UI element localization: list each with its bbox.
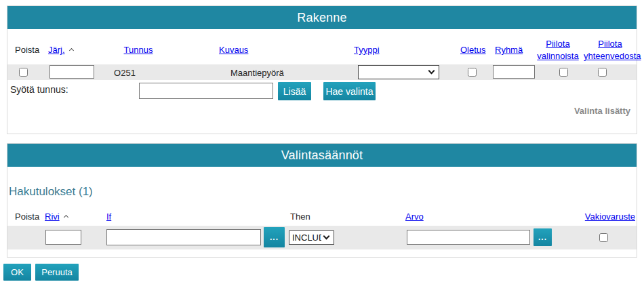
tyyppi-select-control[interactable] bbox=[359, 66, 439, 79]
valintasaannot-panel-title: Valintasäännöt bbox=[7, 144, 637, 167]
vakiovaruste-checkbox[interactable] bbox=[599, 233, 608, 242]
column-ryhma-sort-link[interactable]: Ryhmä bbox=[495, 45, 523, 55]
lisaa-button[interactable]: Lisää bbox=[278, 82, 311, 100]
if-browse-button[interactable]: ... bbox=[264, 227, 285, 247]
results-heading: Hakutulokset (1) bbox=[9, 185, 93, 199]
arvo-input[interactable] bbox=[407, 230, 530, 245]
rakenne-table-row: O251 Maantiepyörä bbox=[7, 64, 637, 80]
column-vakiovaruste-sort-link[interactable]: Vakiovaruste bbox=[585, 212, 635, 222]
column-jarj-sort-link[interactable]: Järj. bbox=[48, 45, 65, 55]
sort-ascending-icon bbox=[69, 48, 74, 53]
peruuta-button[interactable]: Peruuta bbox=[35, 264, 79, 281]
tunnus-value: O251 bbox=[102, 68, 147, 78]
valintasaannot-header-row: Poista Rivi If Then Arvo Vakiovaruste bbox=[7, 209, 637, 225]
rakenne-header-row: Poista Järj. Tunnus Kuvaus Tyyppi Oletus… bbox=[7, 37, 637, 63]
column-tunnus-sort-link[interactable]: Tunnus bbox=[116, 45, 161, 55]
column-poista: Poista bbox=[15, 45, 39, 55]
tyyppi-select[interactable] bbox=[358, 65, 439, 79]
column-poista: Poista bbox=[15, 212, 39, 222]
status-message: Valinta lisätty bbox=[574, 106, 630, 116]
column-if-sort-link[interactable]: If bbox=[106, 212, 111, 222]
kuvaus-value: Maantiepyörä bbox=[230, 68, 284, 78]
oletus-checkbox[interactable] bbox=[468, 68, 477, 77]
tunnus-entry-input[interactable] bbox=[139, 83, 273, 99]
rakenne-panel-title: Rakenne bbox=[7, 6, 637, 29]
piilota-yhteenvedosta-checkbox[interactable] bbox=[598, 68, 607, 77]
ryhma-input[interactable] bbox=[493, 65, 535, 79]
column-rivi-sort-link[interactable]: Rivi bbox=[45, 212, 60, 222]
jarj-input[interactable] bbox=[49, 65, 94, 79]
valintasaannot-panel: Valintasäännöt Hakutulokset (1) Poista R… bbox=[7, 143, 637, 258]
sort-ascending-icon bbox=[64, 215, 68, 220]
rivi-input[interactable] bbox=[45, 230, 81, 245]
ok-button[interactable]: OK bbox=[3, 264, 31, 281]
if-input[interactable] bbox=[106, 229, 261, 245]
piilota-valinnoista-checkbox[interactable] bbox=[559, 68, 568, 77]
column-then: Then bbox=[290, 212, 310, 222]
then-select[interactable]: INCLUDE bbox=[289, 230, 334, 245]
column-piilota-valinnoista-sort-link[interactable]: Piilota valinnoista bbox=[534, 38, 582, 62]
column-oletus-sort-link[interactable]: Oletus bbox=[460, 45, 486, 55]
syota-tunnus-label: Syötä tunnus: bbox=[10, 84, 68, 95]
column-kuvaus-sort-link[interactable]: Kuvaus bbox=[219, 45, 248, 55]
arvo-browse-button[interactable]: ... bbox=[534, 228, 552, 246]
column-tyyppi-sort-link[interactable]: Tyyppi bbox=[354, 45, 380, 55]
poista-checkbox[interactable] bbox=[19, 68, 28, 77]
column-arvo-sort-link[interactable]: Arvo bbox=[405, 212, 424, 222]
column-piilota-yhteenvedosta-sort-link[interactable]: Piilota yhteenvedosta bbox=[584, 38, 637, 62]
hae-valinta-button[interactable]: Hae valinta bbox=[323, 82, 376, 100]
rakenne-panel: Rakenne Poista Järj. Tunnus Kuvaus Tyypp… bbox=[7, 5, 637, 134]
valintasaannot-table-row: ... INCLUDE ... bbox=[7, 226, 637, 249]
then-select-control[interactable]: INCLUDE bbox=[289, 231, 334, 244]
